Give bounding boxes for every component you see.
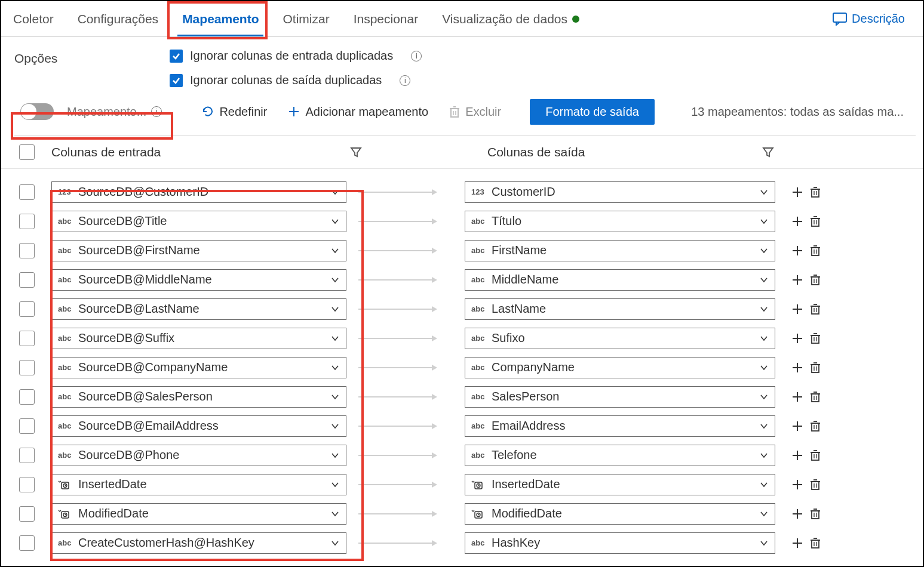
input-column-dropdown[interactable]: abcSourceDB@MiddleName <box>51 269 346 291</box>
select-all-checkbox[interactable] <box>19 144 35 160</box>
row-checkbox[interactable] <box>19 535 35 551</box>
output-column-dropdown[interactable]: abcTelefone <box>465 445 775 466</box>
input-column-dropdown[interactable]: 123SourceDB@CustomerID <box>51 181 346 203</box>
delete-row-button[interactable] <box>806 212 824 230</box>
svg-rect-17 <box>812 218 819 226</box>
plus-icon <box>287 105 300 118</box>
add-mapping-button[interactable]: Adicionar mapeamento <box>280 101 435 122</box>
output-column-dropdown[interactable]: ModifiedDate <box>465 503 775 525</box>
input-column-dropdown[interactable]: abcSourceDB@EmailAddress <box>51 415 346 437</box>
output-column-dropdown[interactable]: abcFirstName <box>465 240 775 261</box>
row-checkbox[interactable] <box>19 448 35 463</box>
status-dot-icon <box>572 16 579 23</box>
input-column-dropdown[interactable]: abcSourceDB@Title <box>51 211 346 232</box>
tab-label: Coletor <box>13 12 54 26</box>
add-row-button[interactable] <box>788 476 806 494</box>
input-column-dropdown[interactable]: abcSourceDB@LastName <box>51 298 346 320</box>
input-column-dropdown[interactable]: abcSourceDB@CompanyName <box>51 357 346 378</box>
info-icon[interactable]: i <box>400 75 410 86</box>
input-column-dropdown[interactable]: abcCreateCustomerHash@HashKey <box>51 532 346 554</box>
add-row-button[interactable] <box>788 505 806 523</box>
input-column-dropdown[interactable]: ModifiedDate <box>51 503 346 525</box>
row-checkbox[interactable] <box>19 477 35 492</box>
output-column-dropdown[interactable]: abcSufixo <box>465 328 775 349</box>
add-row-button[interactable] <box>788 329 806 347</box>
skip-dup-output-label: Ignorar colunas de saída duplicadas <box>190 73 382 87</box>
input-column-dropdown[interactable]: abcSourceDB@Suffix <box>51 328 346 349</box>
skip-dup-input-label: Ignorar colunas de entrada duplicadas <box>190 49 393 63</box>
add-row-button[interactable] <box>788 446 806 464</box>
delete-row-button[interactable] <box>806 183 824 201</box>
row-checkbox[interactable] <box>19 243 35 258</box>
add-row-button[interactable] <box>788 417 806 435</box>
delete-row-button[interactable] <box>806 271 824 289</box>
row-checkbox[interactable] <box>19 418 35 434</box>
skip-dup-output-checkbox[interactable] <box>170 74 183 87</box>
output-column-dropdown[interactable]: abcLastName <box>465 298 775 320</box>
output-column-dropdown[interactable]: 123CustomerID <box>465 181 775 203</box>
add-row-button[interactable] <box>788 359 806 377</box>
add-row-button[interactable] <box>788 271 806 289</box>
delete-button[interactable]: Excluir <box>441 101 508 122</box>
add-row-button[interactable] <box>788 300 806 318</box>
input-column-dropdown[interactable]: abcSourceDB@SalesPerson <box>51 386 346 408</box>
add-row-button[interactable] <box>788 242 806 260</box>
info-icon[interactable]: i <box>411 51 422 61</box>
input-column-dropdown[interactable]: abcSourceDB@Phone <box>51 445 346 466</box>
add-row-button[interactable] <box>788 534 806 552</box>
tab-otimizar[interactable]: Otimizar <box>271 1 341 36</box>
delete-row-button[interactable] <box>806 242 824 260</box>
svg-rect-110 <box>812 540 819 548</box>
filter-icon[interactable] <box>762 146 781 158</box>
mapping-toolbar: Mapeamento... i Redefinir Adicionar mape… <box>14 98 916 125</box>
info-icon[interactable]: i <box>151 106 162 117</box>
output-column-dropdown[interactable]: abcMiddleName <box>465 269 775 291</box>
input-column-dropdown[interactable]: abcSourceDB@FirstName <box>51 240 346 261</box>
row-checkbox[interactable] <box>19 506 35 522</box>
delete-row-button[interactable] <box>806 359 824 377</box>
reset-button[interactable]: Redefinir <box>194 101 274 122</box>
auto-mapping-toggle[interactable]: Mapeamento... i <box>14 98 168 125</box>
delete-row-button[interactable] <box>806 446 824 464</box>
output-column-dropdown[interactable]: abcSalesPerson <box>465 386 775 408</box>
delete-row-button[interactable] <box>806 476 824 494</box>
row-checkbox[interactable] <box>19 389 35 405</box>
delete-row-button[interactable] <box>806 388 824 406</box>
filter-icon[interactable] <box>350 146 369 158</box>
row-checkbox[interactable] <box>19 184 35 200</box>
row-checkbox[interactable] <box>19 214 35 229</box>
output-column-dropdown[interactable]: abcTítulo <box>465 211 775 232</box>
delete-row-button[interactable] <box>806 417 824 435</box>
row-checkbox[interactable] <box>19 360 35 375</box>
output-column-dropdown[interactable]: abcHashKey <box>465 532 775 554</box>
svg-rect-10 <box>812 189 819 197</box>
output-format-label: Formato de saída <box>545 105 639 118</box>
delete-row-button[interactable] <box>806 329 824 347</box>
row-checkbox[interactable] <box>19 272 35 288</box>
mapping-arrow-icon <box>346 192 448 193</box>
add-row-button[interactable] <box>788 183 806 201</box>
add-row-button[interactable] <box>788 212 806 230</box>
tab-visualizacao[interactable]: Visualização de dados <box>430 1 591 36</box>
skip-dup-input-checkbox[interactable] <box>170 50 183 63</box>
add-row-button[interactable] <box>788 388 806 406</box>
output-column-dropdown[interactable]: InsertedDate <box>465 474 775 495</box>
row-checkbox[interactable] <box>19 301 35 317</box>
row-checkbox[interactable] <box>19 331 35 346</box>
tab-coletor[interactable]: Coletor <box>1 1 66 36</box>
delete-row-button[interactable] <box>806 534 824 552</box>
input-column-dropdown[interactable]: InsertedDate <box>51 474 346 495</box>
description-button[interactable]: Descrição <box>833 12 923 26</box>
delete-row-button[interactable] <box>806 300 824 318</box>
output-column-dropdown[interactable]: abcEmailAddress <box>465 415 775 437</box>
output-format-button[interactable]: Formato de saída <box>530 99 655 125</box>
output-column-value: LastName <box>492 302 546 316</box>
output-column-dropdown[interactable]: abcCompanyName <box>465 357 775 378</box>
tab-inspecionar[interactable]: Inspecionar <box>342 1 431 36</box>
svg-rect-66 <box>812 423 819 431</box>
tab-configuracoes[interactable]: Configurações <box>66 1 170 36</box>
svg-rect-59 <box>812 394 819 402</box>
delete-row-button[interactable] <box>806 505 824 523</box>
trash-icon <box>449 105 461 118</box>
tab-mapeamento[interactable]: Mapeamento <box>170 1 271 36</box>
